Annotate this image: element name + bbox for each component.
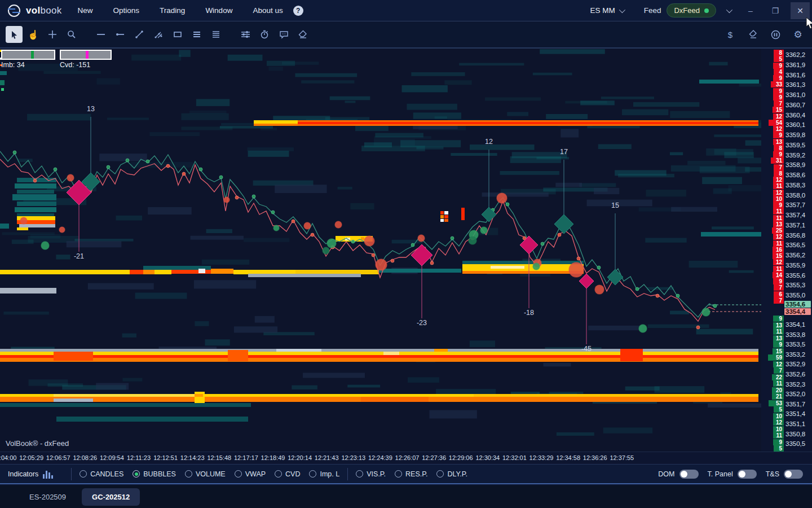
- lines-4-tool-button[interactable]: [208, 26, 224, 43]
- sell-imbalance-diamond[interactable]: [579, 274, 594, 288]
- clear-drawings-button[interactable]: [744, 26, 761, 43]
- depth-count: 59: [768, 354, 784, 361]
- dollar-scale-button[interactable]: $: [722, 26, 739, 43]
- price-label: 3357,7: [785, 202, 805, 208]
- toggle-switch[interactable]: [679, 470, 699, 479]
- buy-imbalance-diamond[interactable]: [554, 214, 573, 234]
- depth-count: 13: [773, 221, 784, 227]
- close-button[interactable]: ✕: [791, 2, 810, 19]
- feed-chevron-down-icon[interactable]: [726, 6, 732, 12]
- time-label: 12:15:48: [207, 454, 231, 461]
- trend-line-tool-button[interactable]: [131, 26, 148, 43]
- time-axis[interactable]: 12:04:0012:05:2912:06:5712:08:2612:09:54…: [0, 452, 812, 464]
- heatmap-cell: [436, 389, 496, 395]
- menu-item-options[interactable]: Options: [105, 3, 148, 18]
- toggle-label: DOM: [658, 470, 674, 478]
- signal-label: -18: [524, 309, 534, 317]
- depth-count: 12: [773, 259, 784, 265]
- heatmap-cell: [670, 111, 730, 118]
- time-label: 12:36:26: [583, 454, 607, 461]
- toggle-t-panel: T. Panel: [708, 470, 757, 479]
- radio-volume[interactable]: VOLUME: [185, 470, 226, 478]
- time-label: 12:04:00: [0, 454, 16, 461]
- settings-sliders-button[interactable]: [237, 26, 254, 43]
- volume-band: [228, 350, 248, 361]
- depth-count: 7: [774, 100, 784, 107]
- radio-bubbles[interactable]: BUBBLES: [133, 470, 176, 478]
- zoom-tool-button[interactable]: [63, 26, 80, 43]
- gear-icon-button[interactable]: ⚙: [789, 26, 806, 43]
- crosshair-tool-button[interactable]: [44, 26, 61, 43]
- trade-dot: [411, 243, 414, 247]
- depth-count: 25: [772, 227, 784, 234]
- feed-label: Feed: [644, 6, 661, 15]
- chart-canvas[interactable]: -2113-2312-1817-4515 VolBook® - dxFeed: [0, 49, 777, 452]
- comment-icon-button[interactable]: [275, 26, 292, 43]
- volume-band: [54, 394, 195, 397]
- menu-item-window[interactable]: Window: [197, 3, 240, 18]
- help-icon[interactable]: ?: [293, 6, 303, 16]
- heatmap-cell-dim: [194, 280, 256, 288]
- feed-selector[interactable]: DxFeed: [667, 3, 716, 17]
- volume-band: [130, 270, 143, 274]
- buy-imbalance-diamond[interactable]: [607, 269, 623, 285]
- depth-count: 9: [773, 439, 784, 445]
- volume-band: [379, 269, 461, 273]
- volume-band: [701, 232, 763, 237]
- radio-vwap[interactable]: VWAP: [235, 470, 266, 478]
- volume-band: [0, 288, 56, 294]
- radio-imp-l[interactable]: Imp. L: [309, 470, 339, 478]
- depth-count: 15: [773, 348, 784, 354]
- volume-band: [699, 80, 759, 84]
- menu-item-new[interactable]: New: [70, 3, 101, 18]
- hand-tool-button[interactable]: ☝: [25, 26, 42, 43]
- trade-dot: [182, 172, 186, 176]
- menu-item-trading[interactable]: Trading: [152, 3, 193, 18]
- minimize-button[interactable]: –: [741, 2, 760, 19]
- volume-band: [15, 207, 56, 212]
- parallel-channel-tool-button[interactable]: [150, 26, 167, 43]
- radio-dly-p-[interactable]: DLY.P.: [436, 470, 467, 478]
- radio-cvd[interactable]: CVD: [275, 470, 300, 478]
- heatmap-cell: [706, 148, 736, 156]
- heatmap-cell: [601, 97, 654, 99]
- radio-vis-p-[interactable]: VIS.P.: [356, 470, 386, 478]
- time-label: 12:14:23: [180, 454, 205, 461]
- tab-gc-202512[interactable]: GC-202512: [82, 488, 140, 506]
- pause-button[interactable]: [767, 26, 784, 43]
- sell-imbalance-diamond[interactable]: [411, 244, 433, 266]
- divider: [71, 468, 72, 480]
- heatmap-cell: [712, 226, 754, 229]
- depth-count: 12: [773, 234, 784, 240]
- lines-3-tool-button[interactable]: [188, 26, 205, 43]
- heatmap-cell-dim: [255, 316, 275, 323]
- eraser-tool-button[interactable]: [294, 26, 311, 43]
- indicators-button[interactable]: Indicators: [0, 470, 63, 479]
- time-label: 12:18:49: [261, 454, 285, 461]
- heatmap-cell: [729, 270, 754, 273]
- price-label: 3361,9: [785, 62, 805, 68]
- volume-bubble: [20, 217, 27, 224]
- heatmap-cell: [408, 377, 439, 383]
- tab-es-202509[interactable]: ES-202509: [19, 488, 76, 506]
- time-label: 12:34:58: [556, 454, 580, 461]
- horizontal-ray-tool-button[interactable]: [112, 26, 129, 43]
- restore-button[interactable]: ❐: [766, 2, 785, 19]
- horizontal-line-tool-button[interactable]: [92, 26, 109, 43]
- toggle-switch[interactable]: [738, 470, 757, 479]
- cursor-tool-button[interactable]: [6, 26, 23, 43]
- heatmap-cell-dim: [275, 185, 326, 193]
- depth-count: 12: [773, 419, 784, 426]
- instrument-selector[interactable]: ES MM: [585, 4, 628, 17]
- heatmap-cell: [402, 85, 448, 93]
- price-axis[interactable]: 8594933997151254129138931781211121091111…: [761, 49, 812, 452]
- rectangle-tool-button[interactable]: [169, 26, 186, 43]
- timer-icon-button[interactable]: [256, 26, 273, 43]
- heatmap-cell: [411, 72, 465, 76]
- radio-res-p-[interactable]: RES.P.: [395, 470, 427, 478]
- radio-label: RES.P.: [405, 470, 427, 478]
- mouse-cursor: [805, 17, 812, 29]
- radio-candles[interactable]: CANDLES: [80, 470, 123, 478]
- menu-item-about-us[interactable]: About us: [245, 3, 290, 18]
- toggle-switch[interactable]: [784, 470, 803, 479]
